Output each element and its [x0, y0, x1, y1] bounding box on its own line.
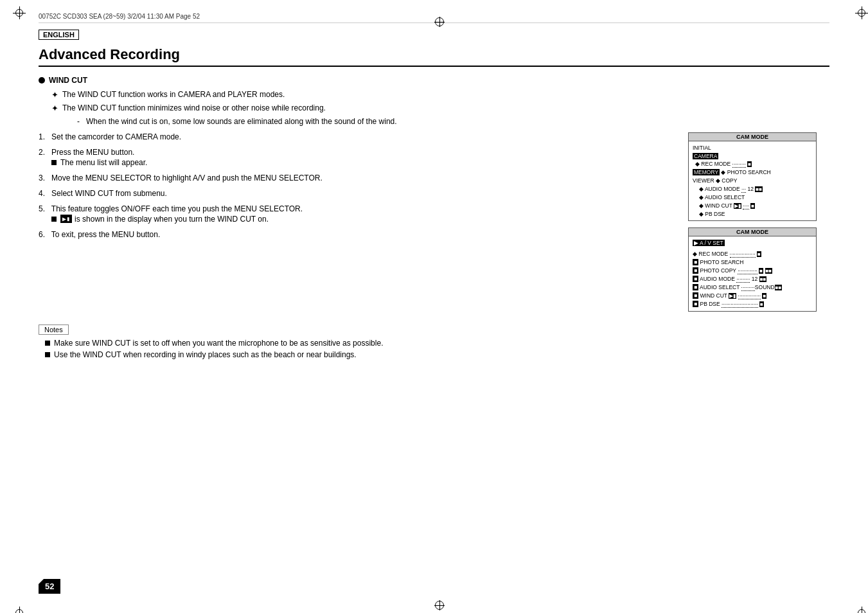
kbd-symbol: ▶▮	[60, 215, 72, 223]
menu-box-2: CAM MODE ▶ A / V SET ◆ REC MODE ········…	[688, 227, 817, 312]
step-2-sub-text: The menu list will appear.	[60, 158, 147, 167]
mb2-line-5: ■ AUDIO SELECT ·········SOUND■■	[693, 283, 812, 292]
page-number: 52	[39, 579, 60, 594]
note-item-1: Make sure WIND CUT is set to off when yo…	[45, 339, 829, 348]
notes-box: Notes Make sure WIND CUT is set to off w…	[39, 324, 829, 359]
mb1-line-3: MEMORY ◆ PHOTO SEARCH	[693, 168, 812, 177]
step-5-num: 5.	[39, 204, 45, 213]
page-container: 00752C SCD303 SEA (28~59) 3/2/04 11:30 A…	[0, 0, 868, 613]
mb1-line-4: VIEWER ◆ COPY	[693, 177, 812, 185]
mb1-line-5: ◆ AUDIO MODE ··· 12 ■■	[693, 185, 812, 193]
notes-list: Make sure WIND CUT is set to off when yo…	[45, 339, 829, 359]
step-5-sub-content: ▶▮ is shown in the display when you turn…	[60, 215, 269, 224]
step-6: 6. To exit, press the MENU button.	[39, 230, 675, 239]
cross-sym-2: ✦	[51, 103, 58, 114]
mb2-line-6: ■ WIND CUT ▶▮ ··············· ■	[693, 292, 812, 300]
bullet-text-2: The WIND CUT function minimizes wind noi…	[62, 103, 326, 112]
menu-box-1: CAM MODE INITIAL CAMERA ◆ REC MODE ·····…	[688, 132, 817, 222]
step-5-sub: ▶▮ is shown in the display when you turn…	[51, 215, 675, 224]
mb2-line-0: ▶ A / V SET	[693, 239, 812, 247]
sub-bullet: - When the wind cut is on, some low soun…	[77, 117, 829, 126]
sub-bullet-dash: -	[77, 117, 86, 126]
bullet-text-1: The WIND CUT function works in CAMERA an…	[62, 90, 285, 99]
step-3: 3. Move the MENU SELECTOR to highlight A…	[39, 173, 675, 182]
steps-area: 1. Set the camcorder to CAMERA mode. 2. …	[39, 132, 829, 312]
step-2-num: 2.	[39, 148, 45, 157]
steps-right: CAM MODE INITIAL CAMERA ◆ REC MODE ·····…	[688, 132, 829, 312]
mb2-line-4: ■ AUDIO MODE ········· 12 ■■	[693, 275, 812, 283]
mb2-line-2: ■ PHOTO SEARCH	[693, 258, 812, 267]
step-5: 5. This feature toggles ON/OFF each time…	[39, 204, 675, 224]
step-5-text: This feature toggles ON/OFF each time yo…	[51, 204, 303, 213]
step-2: 2. Press the MENU button. The menu list …	[39, 148, 675, 167]
section-title: WIND CUT	[49, 76, 87, 85]
section-header: WIND CUT	[39, 76, 829, 85]
menu-box-2-content: ▶ A / V SET ◆ REC MODE ·················…	[689, 236, 816, 311]
step-2-bullet	[51, 160, 57, 165]
steps-left: 1. Set the camcorder to CAMERA mode. 2. …	[39, 132, 675, 312]
step-3-num: 3.	[39, 173, 45, 182]
step-6-num: 6.	[39, 230, 45, 239]
file-header-text: 00752C SCD303 SEA (28~59) 3/2/04 11:30 A…	[39, 13, 200, 20]
lang-badge: ENGLISH	[39, 30, 79, 40]
mb1-line-7: ◆ WIND CUT ▶▮ ···· ■	[693, 202, 812, 210]
section-bullet	[39, 77, 45, 84]
menu-box-2-title: CAM MODE	[689, 228, 816, 236]
step-4-num: 4.	[39, 189, 45, 198]
mb2-line-1: ◆ REC MODE ················· ■	[693, 250, 812, 258]
mb2-line-3: ■ PHOTO COPY ············· ■ ■■	[693, 267, 812, 275]
step-4-text: Select WIND CUT from submenu.	[51, 189, 167, 198]
cross-sym-1: ✦	[51, 90, 58, 101]
note-bullet-1	[45, 341, 50, 346]
notes-label: Notes	[39, 324, 69, 335]
mb2-line-7: ■ PB DSE ························ ■	[693, 300, 812, 308]
step-1-text: Set the camcorder to CAMERA mode.	[51, 132, 181, 141]
mb1-line-8: ◆ PB DSE	[693, 210, 812, 218]
lang-badge-wrapper: ENGLISH	[39, 30, 829, 42]
step-2-sub: The menu list will appear.	[51, 158, 675, 167]
bullet-item-1: ✦ The WIND CUT function works in CAMERA …	[51, 90, 829, 101]
main-title: Advanced Recording	[39, 46, 829, 67]
note-item-2: Use the WIND CUT when recording in windy…	[45, 350, 829, 359]
bullet-item-2: ✦ The WIND CUT function minimizes wind n…	[51, 103, 829, 114]
step-1: 1. Set the camcorder to CAMERA mode.	[39, 132, 675, 141]
mb1-line-1: CAMERA	[693, 152, 812, 161]
menu-box-1-content: INITIAL CAMERA ◆ REC MODE ········· ■ ME…	[689, 141, 816, 221]
note-text-1: Make sure WIND CUT is set to off when yo…	[54, 339, 383, 348]
note-bullet-2	[45, 352, 50, 357]
step-1-num: 1.	[39, 132, 45, 141]
step-5-sub-text: is shown in the display when you turn th…	[75, 215, 269, 224]
step-4: 4. Select WIND CUT from submenu.	[39, 189, 675, 198]
note-text-2: Use the WIND CUT when recording in windy…	[54, 350, 357, 359]
step-6-text: To exit, press the MENU button.	[51, 230, 160, 239]
section-bullets: ✦ The WIND CUT function works in CAMERA …	[51, 90, 829, 126]
mb1-line-2: ◆ REC MODE ········· ■	[693, 160, 812, 168]
step-5-bullet	[51, 217, 57, 222]
step-3-text: Move the MENU SELECTOR to highlight A/V …	[51, 173, 323, 182]
menu-box-1-title: CAM MODE	[689, 133, 816, 141]
mb1-line-0: INITIAL	[693, 144, 812, 152]
mb1-line-6: ◆ AUDIO SELECT	[693, 193, 812, 202]
step-2-text: Press the MENU button.	[51, 148, 134, 157]
